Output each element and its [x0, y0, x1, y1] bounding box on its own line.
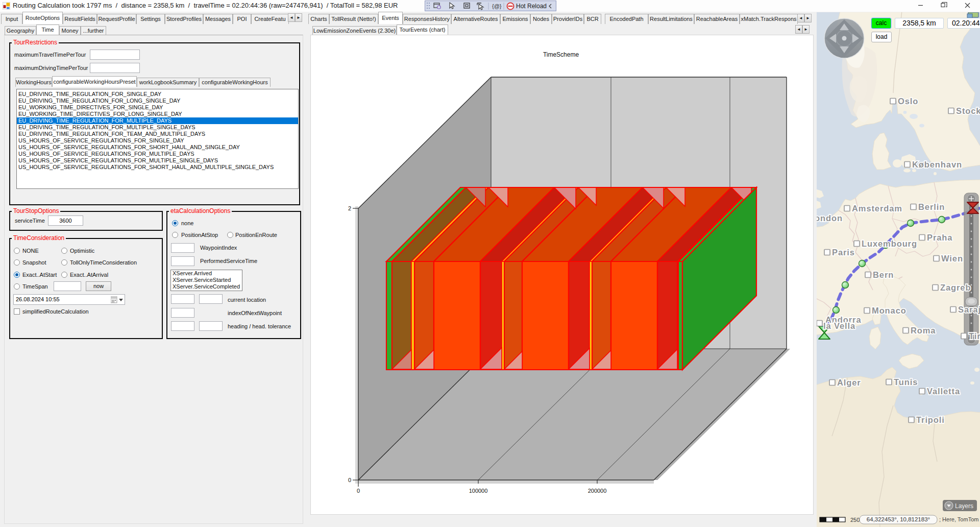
svg-text:0: 0: [348, 477, 351, 483]
svg-text:Praha: Praha: [927, 233, 952, 242]
svg-text:250: 250: [850, 517, 860, 523]
svg-text:ondon: ondon: [817, 213, 843, 223]
svg-text:Oslo: Oslo: [898, 97, 918, 106]
svg-text:200000: 200000: [588, 488, 607, 494]
svg-text:TimeScheme: TimeScheme: [543, 51, 579, 58]
svg-text:Monaco: Monaco: [872, 306, 906, 315]
svg-text:Bern: Bern: [873, 270, 894, 279]
svg-text:Hot Reload: Hot Reload: [516, 3, 547, 10]
svg-text:Zagreb: Zagreb: [940, 283, 971, 292]
svg-text:100000: 100000: [469, 488, 488, 494]
svg-text:Tir: Tir: [969, 331, 980, 341]
svg-text:0: 0: [357, 488, 360, 494]
svg-text:2: 2: [348, 205, 351, 211]
svg-text:Saraj: Saraj: [958, 305, 980, 314]
svg-text:la Vella: la Vella: [823, 321, 855, 330]
svg-text:Stockh: Stockh: [956, 106, 980, 115]
svg-text:{@}: {@}: [492, 3, 502, 9]
svg-text:Tunis: Tunis: [894, 377, 918, 387]
svg-text:Luxembourg: Luxembourg: [862, 239, 917, 248]
svg-text:Wien: Wien: [941, 254, 963, 263]
svg-text:; Here, TomTom: ; Here, TomTom: [939, 516, 978, 522]
svg-text:Berlin: Berlin: [918, 202, 945, 211]
svg-text:Valletta: Valletta: [927, 387, 960, 396]
svg-text:Tripoli: Tripoli: [916, 415, 945, 424]
svg-text:Alger: Alger: [837, 378, 861, 387]
svg-text:Roma: Roma: [911, 326, 936, 335]
svg-text:64,322453°, 10,812183°: 64,322453°, 10,812183°: [867, 516, 930, 522]
svg-text:København: København: [912, 160, 962, 169]
svg-text:Amsterdam: Amsterdam: [852, 204, 902, 213]
svg-text:Layers: Layers: [955, 502, 973, 510]
svg-text:Paris: Paris: [832, 248, 855, 257]
